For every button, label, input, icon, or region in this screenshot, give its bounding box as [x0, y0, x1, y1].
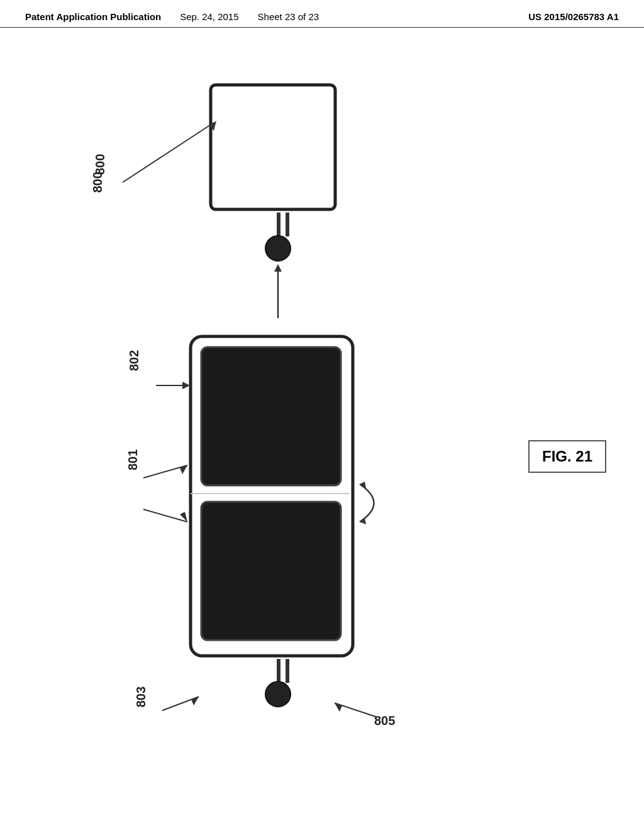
label-802-text: 802	[127, 350, 142, 371]
label-803-arrow	[156, 679, 206, 717]
label-800-text: 800	[93, 154, 108, 175]
publication-date: Sep. 24, 2015	[180, 11, 238, 22]
publication-title: Patent Application Publication	[25, 11, 161, 22]
top-connector-left	[277, 213, 280, 236]
sheet-info: Sheet 23 of 23	[258, 11, 319, 22]
svg-marker-22	[335, 703, 342, 712]
svg-rect-8	[201, 502, 341, 640]
svg-point-1	[265, 236, 291, 261]
bottom-connector-left	[277, 659, 280, 683]
svg-line-4	[123, 123, 214, 182]
bottom-ball	[264, 680, 292, 708]
svg-marker-5	[209, 121, 216, 131]
label-805-arrow	[302, 685, 377, 723]
patent-number: US 2015/0265783 A1	[528, 11, 619, 22]
bottom-connector-right	[286, 659, 289, 683]
figure-label-box: FIG. 21	[528, 440, 606, 473]
label-805-text: 805	[374, 714, 395, 728]
label-801-text: 801	[126, 450, 140, 470]
bottom-device-outer	[187, 333, 357, 660]
arrow-up-to-top-device	[272, 263, 284, 319]
label-800-arrow	[116, 113, 230, 189]
label-801-arrows	[137, 459, 200, 534]
c-curve	[353, 478, 391, 528]
diagram-area: 800	[0, 50, 644, 830]
page-header: Patent Application Publication Sep. 24, …	[0, 0, 644, 28]
svg-line-15	[143, 465, 187, 478]
top-ball	[264, 235, 292, 262]
label-800: 800	[91, 172, 105, 192]
svg-line-17	[143, 509, 187, 522]
svg-rect-7	[201, 347, 341, 485]
svg-marker-14	[182, 382, 190, 389]
label-803-text: 803	[134, 687, 148, 707]
svg-marker-20	[191, 697, 199, 706]
label-802-arrow	[151, 376, 195, 395]
svg-point-12	[265, 682, 291, 707]
svg-marker-3	[274, 264, 282, 272]
top-connector-right	[286, 213, 289, 236]
